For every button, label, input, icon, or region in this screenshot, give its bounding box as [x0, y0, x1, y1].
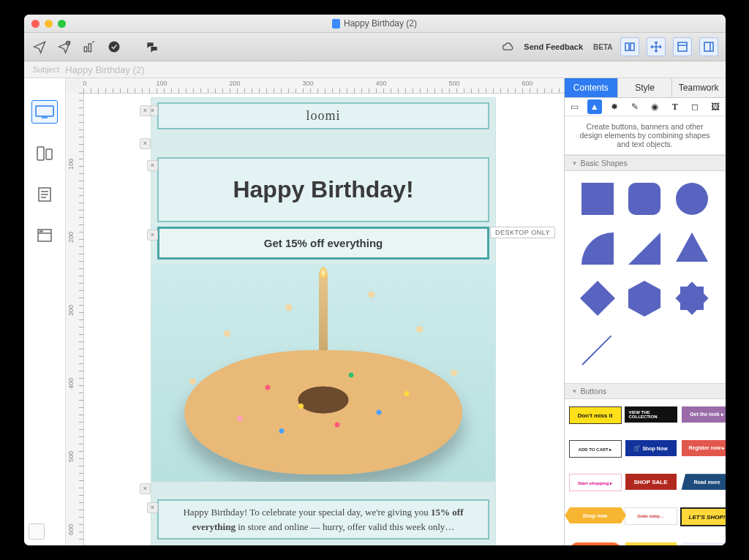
shape-rounded-square[interactable] — [628, 183, 660, 215]
tool-image-icon[interactable]: 🖼 — [708, 99, 723, 114]
chat-icon[interactable] — [144, 39, 160, 55]
headline-text: Happy Birthday! — [166, 163, 481, 216]
preset-button[interactable]: Shop Now — [625, 440, 677, 456]
preset-button[interactable]: Read more — [682, 474, 726, 490]
shape-line[interactable] — [579, 332, 616, 368]
preset-button[interactable]: Shop — [570, 542, 621, 545]
send-icon[interactable] — [56, 39, 72, 55]
svg-rect-12 — [37, 147, 44, 160]
shape-triangle[interactable] — [676, 232, 708, 262]
ruler-horizontal: 0 100 200 300 400 500 600 — [83, 78, 564, 94]
canvas-area: 0 100 200 300 400 500 600 100 200 300 40… — [66, 78, 564, 545]
candle-graphic — [319, 270, 328, 357]
preset-button[interactable]: Get the look ▸ — [682, 406, 726, 423]
device-mobile-button[interactable] — [32, 143, 57, 164]
toolbar: Send Feedback BETA — [24, 33, 726, 61]
buttons-grid: Don't miss it VIEW THE COLLECTION Get th… — [565, 399, 726, 545]
beta-badge: BETA — [593, 43, 612, 51]
panels-tool-button[interactable] — [699, 37, 718, 56]
tab-teamwork[interactable]: Teamwork — [672, 78, 726, 97]
device-text-button[interactable] — [32, 183, 57, 205]
svg-rect-6 — [678, 42, 687, 51]
app-window: Happy Birthday (2) Send Feedback BETA Su… — [24, 15, 726, 545]
inspector-hint: Create buttons, banners and other design… — [565, 116, 726, 155]
titlebar: Happy Birthday (2) — [24, 15, 726, 33]
donut-graphic — [184, 350, 462, 474]
section-buttons[interactable]: Buttons — [565, 383, 726, 399]
subject-label: Subject — [33, 65, 60, 74]
svg-rect-5 — [631, 43, 634, 50]
svg-rect-10 — [36, 106, 53, 116]
send-feedback-link[interactable]: Send Feedback — [524, 42, 583, 51]
svg-rect-13 — [46, 149, 52, 159]
align-tool-button[interactable] — [620, 37, 639, 56]
tab-style[interactable]: Style — [618, 78, 672, 97]
cta-row[interactable]: × Let's go birthday shopping — [157, 544, 489, 545]
preset-button[interactable]: Shop now — [570, 507, 621, 523]
svg-point-20 — [39, 231, 40, 232]
tool-text-icon[interactable]: T — [668, 99, 682, 114]
preset-button[interactable]: Order today… — [625, 507, 677, 525]
preset-button[interactable]: LET'S SHOP! — [680, 507, 726, 526]
device-desktop-button[interactable] — [31, 100, 58, 124]
preset-button[interactable]: Get it now — [682, 542, 726, 545]
canvas-scroll[interactable]: × loomi × × Happy Birthday! × DESKTOP ON… — [83, 93, 564, 545]
block-delete-icon[interactable]: × — [140, 483, 151, 494]
block-delete-icon[interactable]: × — [147, 160, 158, 171]
window-title: Happy Birthday (2) — [344, 18, 417, 29]
tool-button-icon[interactable]: ▭ — [567, 99, 581, 114]
inspector-tabs: Contents Style Teamwork — [565, 78, 726, 98]
block-delete-icon[interactable]: × — [147, 230, 158, 241]
brand-block[interactable]: × loomi — [157, 102, 489, 129]
shape-circle[interactable] — [676, 183, 708, 215]
preset-button[interactable]: £14.98 — [625, 542, 677, 545]
element-type-tabs: ▭ ▲ ✸ ✎ ◉ T ◻ 🖼 — [565, 98, 726, 116]
basic-shapes-grid — [565, 171, 726, 383]
send-test-icon[interactable] — [31, 39, 48, 55]
svg-rect-1 — [84, 47, 86, 52]
headline-block[interactable]: × Happy Birthday! — [157, 157, 489, 222]
shape-quarter-circle[interactable] — [581, 232, 614, 265]
document-icon — [332, 19, 340, 29]
preset-button[interactable]: Register now ▸ — [682, 440, 726, 456]
hero-image-block[interactable]: × — [151, 264, 495, 482]
svg-rect-2 — [89, 44, 91, 52]
subject-bar[interactable]: Subject Happy Birthday (2) — [24, 61, 726, 78]
subhead-block[interactable]: × DESKTOP ONLY Get 15% off everything — [157, 227, 489, 260]
checkmark-circle-icon[interactable] — [106, 39, 122, 55]
shape-hexagon[interactable] — [628, 290, 660, 308]
block-delete-icon[interactable]: × — [147, 502, 158, 513]
tool-camera-icon[interactable]: ◉ — [647, 99, 662, 114]
tool-marquee-icon[interactable]: ◻ — [688, 99, 702, 114]
svg-rect-4 — [625, 43, 629, 50]
section-basic-shapes[interactable]: Basic Shapes — [565, 155, 726, 171]
corner-widget[interactable] — [29, 523, 45, 540]
inspector-panel: Contents Style Teamwork ▭ ▲ ✸ ✎ ◉ T ◻ 🖼 … — [564, 78, 726, 545]
move-tool-button[interactable] — [647, 37, 666, 56]
analytics-icon[interactable] — [81, 39, 97, 55]
tool-shape-icon[interactable]: ▲ — [587, 99, 602, 114]
block-delete-icon[interactable]: × — [140, 138, 151, 149]
block-delete-icon[interactable]: × — [140, 105, 151, 116]
preset-button[interactable]: Start shopping ▸ — [569, 474, 622, 491]
email-sheet[interactable]: × loomi × × Happy Birthday! × DESKTOP ON… — [151, 97, 496, 545]
desktop-only-badge: DESKTOP ONLY — [490, 227, 555, 238]
preset-button[interactable]: ADD TO CART ▸ — [569, 440, 622, 458]
svg-point-21 — [41, 231, 42, 232]
cloud-icon[interactable] — [500, 39, 516, 55]
tab-contents[interactable]: Contents — [565, 78, 619, 97]
tool-star-icon[interactable]: ✸ — [607, 99, 622, 114]
shape-starburst[interactable] — [676, 282, 708, 314]
shape-diamond[interactable] — [580, 281, 615, 316]
layout-tool-button[interactable] — [673, 37, 692, 56]
preset-button[interactable]: Don't miss it — [569, 406, 622, 424]
device-browser-button[interactable] — [32, 224, 57, 246]
para-pre: Happy Birthday! To celebrate your specia… — [183, 507, 431, 518]
preset-button[interactable]: VIEW THE COLLECTION — [625, 406, 677, 423]
tool-brush-icon[interactable]: ✎ — [628, 99, 642, 114]
paragraph-block[interactable]: × Happy Birthday! To celebrate your spec… — [157, 499, 489, 540]
shape-right-triangle[interactable] — [628, 232, 660, 265]
shape-square[interactable] — [581, 183, 614, 215]
preset-button[interactable]: SHOP SALE — [625, 474, 677, 490]
brand-text: loomi — [306, 108, 340, 123]
